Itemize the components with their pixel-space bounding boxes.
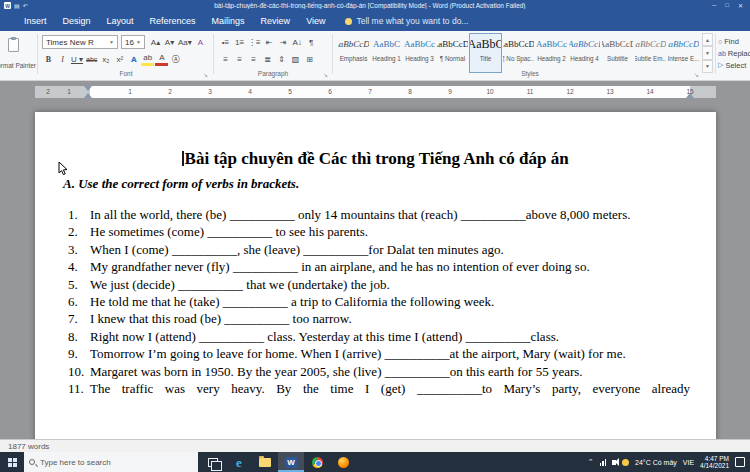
style-title[interactable]: AaBbCTitle bbox=[469, 33, 502, 73]
firefox-taskbar-button[interactable] bbox=[330, 452, 356, 472]
document-area[interactable]: Bài tập chuyên đề Các thì trong Tiếng An… bbox=[0, 101, 750, 439]
multilevel-list-button[interactable]: ⋮≡ bbox=[247, 35, 262, 49]
style-intense-e[interactable]: AaBbCcDdIntense E... bbox=[667, 33, 700, 73]
chrome-taskbar-button[interactable] bbox=[304, 452, 330, 472]
find-button[interactable]: ○Find bbox=[718, 35, 750, 47]
change-case-button[interactable]: Aa▾ bbox=[177, 35, 193, 49]
style-heading-4[interactable]: AaBbCcIHeading 4 bbox=[568, 33, 601, 73]
superscript-button[interactable]: x² bbox=[113, 52, 126, 66]
decrease-indent-button[interactable]: ⇤ bbox=[263, 35, 276, 49]
first-line-indent-marker[interactable] bbox=[84, 86, 92, 91]
style-heading-1[interactable]: AaBbCHeading 1 bbox=[370, 33, 403, 73]
save-icon[interactable]: ▤ bbox=[14, 2, 20, 9]
font-name-select[interactable]: Times New R▼ bbox=[42, 35, 118, 49]
paragraph-dialog-launcher[interactable]: ↘ bbox=[323, 71, 328, 78]
text-highlight-button[interactable]: ab bbox=[141, 53, 154, 66]
style-heading-2[interactable]: AaBbCcHeading 2 bbox=[535, 33, 568, 73]
edge-icon: e bbox=[236, 456, 242, 469]
start-button[interactable] bbox=[0, 452, 24, 472]
line-spacing-button[interactable]: ⇕ bbox=[275, 52, 288, 66]
tab-view[interactable]: View bbox=[298, 11, 333, 31]
styles-scroll-up-button[interactable]: ▲ bbox=[702, 33, 713, 46]
tab-insert[interactable]: Insert bbox=[16, 11, 55, 31]
underline-button[interactable]: U ▾ bbox=[70, 52, 84, 66]
styles-dialog-launcher[interactable]: ↘ bbox=[694, 71, 699, 78]
style-emphasis[interactable]: AaBbCcDcEmphasis bbox=[337, 33, 370, 73]
styles-scroll-down-button[interactable]: ▼ bbox=[702, 46, 713, 59]
horizontal-ruler[interactable]: 21123456789101112131415 bbox=[35, 86, 716, 98]
bullets-button[interactable]: •≡ bbox=[219, 35, 232, 49]
action-center-icon[interactable] bbox=[735, 457, 745, 467]
group-separator bbox=[715, 34, 716, 74]
select-button[interactable]: ▷Select bbox=[718, 59, 750, 71]
exercise-item: 6.He told me that he (take) __________ a… bbox=[68, 293, 693, 310]
shrink-font-button[interactable]: A▾ bbox=[163, 35, 176, 49]
justify-button[interactable]: ≣ bbox=[261, 52, 274, 66]
close-button[interactable]: ✕ bbox=[738, 2, 743, 9]
clock[interactable]: 4:47 PM 4/14/2021 bbox=[700, 455, 729, 470]
enclose-characters-button[interactable]: Ⓐ bbox=[169, 52, 182, 66]
paragraph-marks-button[interactable]: ¶ bbox=[305, 35, 318, 49]
task-view-taskbar-button[interactable] bbox=[200, 452, 226, 472]
increase-indent-button[interactable]: ⇥ bbox=[277, 35, 290, 49]
style-subtitle[interactable]: AaBbCcDSubtitle bbox=[601, 33, 634, 73]
paste-button[interactable] bbox=[2, 34, 24, 56]
item-number: 3. bbox=[68, 241, 90, 258]
borders-button[interactable]: ⊞ bbox=[303, 52, 316, 66]
strikethrough-button[interactable]: abc bbox=[85, 52, 98, 66]
item-text: Margaret was born in 1950. By the year 2… bbox=[90, 363, 690, 380]
style-no-spac[interactable]: AaBbCcDd¶ No Spac... bbox=[502, 33, 535, 73]
style-subtle-em[interactable]: AaBbCcDdSubtle Em... bbox=[634, 33, 667, 73]
taskbar-search[interactable]: Type here to search bbox=[24, 452, 198, 472]
grow-font-button[interactable]: A▴ bbox=[149, 35, 162, 49]
align-left-button[interactable]: ≡ bbox=[219, 52, 232, 66]
font-size-value: 16 bbox=[125, 38, 134, 47]
replace-button[interactable]: abReplace bbox=[718, 47, 750, 59]
tray-expand-icon[interactable]: ⌃ bbox=[588, 458, 594, 466]
format-painter-label: Format Painter bbox=[0, 62, 36, 69]
file-explorer-taskbar-button[interactable] bbox=[252, 452, 278, 472]
font-size-select[interactable]: 16▼ bbox=[121, 35, 145, 49]
speaker-icon[interactable] bbox=[612, 460, 616, 465]
edge-taskbar-button[interactable]: e bbox=[226, 452, 252, 472]
tab-mailings[interactable]: Mailings bbox=[204, 11, 253, 31]
styles-more-button[interactable]: ▼ bbox=[702, 60, 713, 73]
align-right-button[interactable]: ≡ bbox=[247, 52, 260, 66]
network-icon[interactable] bbox=[600, 458, 607, 466]
font-row2: BIU ▾abcx₂x²AabAⒶ bbox=[42, 52, 182, 66]
italic-button[interactable]: I bbox=[56, 52, 69, 66]
align-center-button[interactable]: ≡ bbox=[233, 52, 246, 66]
font-dialog-launcher[interactable]: ↘ bbox=[203, 71, 208, 78]
clear-formatting-button[interactable]: A bbox=[194, 35, 207, 49]
weather-text[interactable]: 24°C Có mây bbox=[635, 459, 677, 466]
style-normal[interactable]: AaBbCcDc¶ Normal bbox=[436, 33, 469, 73]
item-text: When I (come) __________, she (leave) __… bbox=[90, 241, 690, 258]
paragraph-group-label: Paragraph bbox=[219, 70, 327, 77]
ruler-number: 15 bbox=[686, 88, 693, 95]
text-effects-button[interactable]: A bbox=[127, 52, 140, 66]
format-painter-button[interactable]: Format Painter bbox=[0, 62, 36, 69]
tab-references[interactable]: References bbox=[142, 11, 204, 31]
language-indicator[interactable]: VIE bbox=[683, 459, 694, 466]
bold-button[interactable]: B bbox=[42, 52, 55, 66]
tell-me-box[interactable]: Tell me what you want to do... bbox=[345, 16, 468, 26]
minimize-button[interactable]: ─ bbox=[712, 2, 716, 9]
word-taskbar-button[interactable] bbox=[278, 452, 304, 472]
tab-review[interactable]: Review bbox=[253, 11, 299, 31]
maximize-button[interactable]: □ bbox=[725, 2, 729, 9]
hanging-indent-marker[interactable] bbox=[84, 93, 92, 98]
tab-layout[interactable]: Layout bbox=[99, 11, 142, 31]
font-color-button[interactable]: A bbox=[155, 53, 168, 66]
style-heading-3[interactable]: AaBbCcHeading 3 bbox=[403, 33, 436, 73]
text-caret bbox=[182, 151, 183, 166]
sort-button[interactable]: A↓ bbox=[291, 35, 304, 49]
tab-design[interactable]: Design bbox=[55, 11, 99, 31]
word-count[interactable]: 1877 words bbox=[8, 442, 49, 451]
word-window: W ▤ ↶ bài-tập-chuyên-đề-các-thì-trong-ti… bbox=[0, 0, 750, 472]
document-page[interactable]: Bài tập chuyên đề Các thì trong Tiếng An… bbox=[35, 112, 716, 439]
section-a-heading: A. Use the correct form of verbs in brac… bbox=[63, 175, 716, 193]
numbering-button[interactable]: 1≡ bbox=[233, 35, 246, 49]
shading-button[interactable]: ▨ bbox=[289, 52, 302, 66]
subscript-button[interactable]: x₂ bbox=[99, 52, 112, 66]
style-label: Heading 4 bbox=[570, 55, 599, 62]
